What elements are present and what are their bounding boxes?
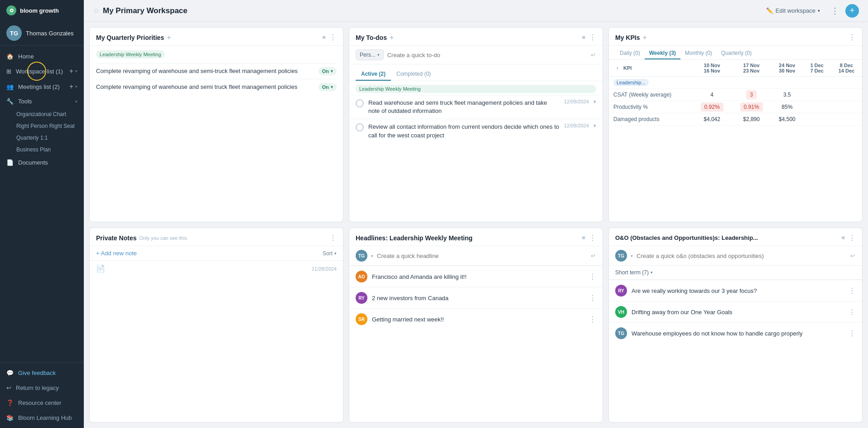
tab-weekly[interactable]: Weekly (3): [645, 48, 680, 59]
priorities-actions: ≡ ⋮: [322, 33, 337, 42]
headline-item-2: SR Getting married next week!! ⋮: [349, 308, 603, 330]
notes-more-icon[interactable]: ⋮: [329, 233, 337, 242]
tab-monthly[interactable]: Monthly (0): [680, 48, 717, 59]
star-icon[interactable]: ☆: [93, 6, 99, 15]
note-item[interactable]: 📄 11/28/2024: [90, 260, 343, 277]
todo-expand-icon[interactable]: ▾: [593, 99, 596, 105]
headline-avatar-2: SR: [356, 313, 367, 325]
todos-sort-icon[interactable]: ≡: [582, 34, 585, 41]
page-title: My Primary Workspace: [103, 6, 188, 15]
oo-avatar-chevron[interactable]: ▾: [631, 253, 633, 258]
kpis-more-icon[interactable]: ⋮: [849, 33, 856, 42]
add-priority-icon[interactable]: +: [167, 34, 171, 42]
priority-status-1[interactable]: On: [318, 83, 337, 91]
headlines-quick-add-input[interactable]: [377, 253, 587, 259]
todos-header: My To-dos + ≡ ⋮: [349, 28, 603, 46]
prev-arrow[interactable]: ‹: [613, 64, 622, 72]
documents-icon: 📄: [6, 159, 14, 166]
oo-avatar-2: TG: [615, 327, 627, 339]
sort-chevron-icon: ▾: [334, 251, 337, 256]
oo-more-icon-0[interactable]: ⋮: [849, 287, 856, 295]
tools-section[interactable]: 🔧 Tools ▾: [0, 94, 84, 108]
tab-active[interactable]: Active (2): [356, 68, 391, 81]
priorities-body: Leadership Weekly Meeting Complete revam…: [90, 46, 343, 222]
user-profile[interactable]: TG Thomas Gonzales: [0, 21, 84, 46]
feedback-label: Give feedback: [18, 370, 56, 376]
add-button[interactable]: +: [845, 4, 859, 18]
todo-expand-icon2[interactable]: ▾: [593, 123, 596, 129]
todos-card: My To-dos + ≡ ⋮ Pers... ▾ ↵ Active (2): [349, 27, 603, 222]
tab-completed[interactable]: Completed (0): [391, 68, 436, 81]
priorities-card: My Quarterly Priorities + ≡ ⋮ Leadership…: [89, 27, 343, 222]
todos-title: My To-dos +: [356, 34, 394, 42]
topbar-more-icon[interactable]: ⋮: [831, 6, 839, 16]
sidebar-item-documents[interactable]: 📄 Documents: [0, 156, 84, 170]
add-kpi-icon[interactable]: +: [642, 34, 646, 42]
oo-filter-chevron-icon: ▾: [651, 270, 653, 275]
todos-more-icon[interactable]: ⋮: [589, 33, 596, 42]
headline-left2: SR Getting married next week!!: [356, 313, 444, 325]
priorities-title: My Quarterly Priorities +: [96, 34, 171, 42]
headline-more-icon-0[interactable]: ⋮: [589, 272, 596, 281]
priority-status-0[interactable]: On: [318, 67, 337, 75]
edit-workspace-button[interactable]: ✏️ Edit workspace ▾: [762, 5, 825, 16]
priorities-more-icon[interactable]: ⋮: [329, 33, 337, 42]
oo-filter-btn[interactable]: Short term (7) ▾: [615, 269, 856, 276]
oo-more-icon[interactable]: ⋮: [849, 233, 856, 242]
headline-left1: RY 2 new investors from Canada: [356, 292, 448, 304]
oo-more-icon-2[interactable]: ⋮: [849, 329, 856, 338]
todo-checkbox-0[interactable]: [356, 99, 364, 107]
sidebar-item-org-chart[interactable]: Organizational Chart: [0, 108, 84, 120]
headlines-sort-icon[interactable]: ≡: [582, 234, 585, 241]
enter-icon2: ↵: [591, 252, 596, 259]
kpi-row-0: Leadership...: [609, 77, 862, 89]
notes-title: Private Notes Only you can see this: [96, 234, 187, 242]
oo-quick-add-input[interactable]: [637, 253, 847, 259]
todos-quick-add-input[interactable]: [387, 52, 587, 58]
sidebar-item-workspace[interactable]: ⊞ Workspace list (1) + ▾: [0, 63, 84, 79]
sidebar-item-label: Home: [18, 53, 34, 60]
oo-more-icon-1[interactable]: ⋮: [849, 308, 856, 316]
notes-actions: ⋮: [329, 233, 337, 242]
priority-item: Complete revamping of warehouse and semi…: [96, 79, 337, 95]
sidebar-item-quarterly[interactable]: Quarterly 1:1: [0, 132, 84, 144]
learning-hub-btn[interactable]: 📚 Bloom Learning Hub: [0, 410, 84, 425]
headline-item-1: RY 2 new investors from Canada ⋮: [349, 287, 603, 308]
sort-notes-btn[interactable]: Sort ▾: [323, 250, 337, 257]
headlines-more-icon[interactable]: ⋮: [589, 233, 596, 242]
kpi-row-3: Damaged products $4,042 $2,890 $4,500: [609, 113, 862, 126]
oo-header: O&O (Obstacles and Opportunities)s: Lead…: [609, 228, 862, 246]
sidebar-item-home[interactable]: 🏠 Home: [0, 49, 84, 63]
main-content: ☆ My Primary Workspace ✏️ Edit workspace…: [84, 0, 868, 428]
sort-icon[interactable]: ≡: [322, 34, 326, 41]
headline-more-icon-2[interactable]: ⋮: [589, 315, 596, 324]
resource-center-btn[interactable]: ❓ Resource center: [0, 395, 84, 410]
kpi-table: ‹ KPI 10 Nov 16 Nov 17 Nov 23 Nov: [609, 60, 862, 126]
add-meeting-icon[interactable]: +: [69, 83, 73, 91]
tab-daily[interactable]: Daily (0): [615, 48, 645, 59]
sidebar-item-rprs[interactable]: Right Person Right Seat: [0, 120, 84, 132]
enter-icon3: ↵: [850, 252, 856, 259]
oo-item-left-2: TG Warehouse employees do not know how t…: [615, 327, 802, 339]
headline-more-icon-1[interactable]: ⋮: [589, 294, 596, 302]
headlines-quick-add-bar: TG ▾ ↵: [349, 246, 603, 266]
return-to-legacy-btn[interactable]: ↩ Return to legacy: [0, 380, 84, 395]
add-note-btn[interactable]: + Add new note: [96, 250, 137, 257]
learning-label: Bloom Learning Hub: [18, 414, 72, 421]
add-workspace-icon[interactable]: +: [69, 67, 73, 75]
sidebar-item-business-plan[interactable]: Business Plan: [0, 144, 84, 156]
tab-quarterly[interactable]: Quarterly (0): [717, 48, 756, 59]
oo-sort-icon[interactable]: ≡: [841, 234, 845, 241]
give-feedback-btn[interactable]: 💬 Give feedback: [0, 365, 84, 380]
add-todo-icon[interactable]: +: [390, 34, 394, 42]
avatar: TG: [6, 25, 22, 41]
oo-item-left-1: VH Drifting away from our One Year Goals: [615, 306, 733, 318]
oo-avatar-0: RY: [615, 285, 627, 297]
todo-checkbox-1[interactable]: [356, 123, 364, 131]
chevron-down-icon3: ▾: [818, 8, 820, 13]
topbar-left: ☆ My Primary Workspace: [93, 6, 188, 15]
notes-card: Private Notes Only you can see this ⋮ + …: [89, 228, 343, 423]
sidebar-item-meetings[interactable]: 👥 Meetings list (2) + ▾: [0, 79, 84, 94]
headlines-avatar-chevron[interactable]: ▾: [371, 253, 373, 258]
todos-filter-btn[interactable]: Pers... ▾: [356, 49, 384, 60]
